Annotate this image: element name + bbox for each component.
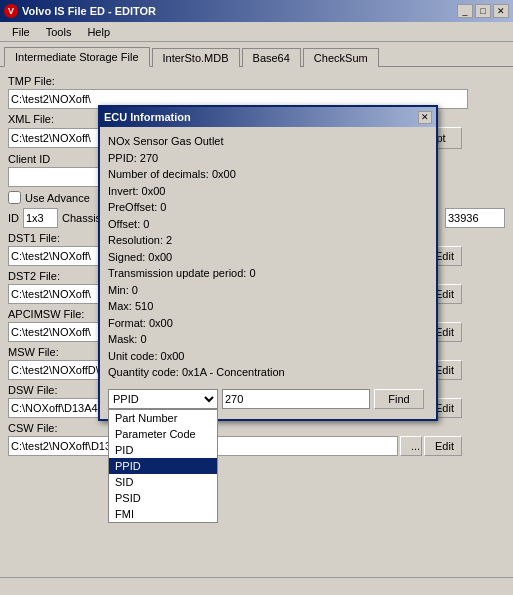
maximize-button[interactable]: □ (475, 4, 491, 18)
dialog-title: ECU Information (104, 111, 191, 123)
tab-intermediate-storage-file[interactable]: Intermediate Storage File (4, 47, 150, 67)
menu-bar: File Tools Help (0, 22, 513, 42)
search-value-input[interactable] (222, 389, 370, 409)
dialog-title-bar: ECU Information ✕ (100, 107, 436, 127)
tab-base64[interactable]: Base64 (242, 48, 301, 67)
ecu-info-text: NOx Sensor Gas Outlet PPID: 270 Number o… (108, 133, 428, 381)
dialog-close-button[interactable]: ✕ (418, 111, 432, 124)
close-button[interactable]: ✕ (493, 4, 509, 18)
title-bar: V Volvo IS File ED - EDITOR _ □ ✕ (0, 0, 513, 22)
ppid-dropdown[interactable]: Part Number Parameter Code PID PPID SID … (108, 389, 218, 409)
dropdown-item-ppid[interactable]: PPID (109, 458, 217, 474)
dropdown-item-pid[interactable]: PID (109, 442, 217, 458)
dialog-overlay: ECU Information ✕ NOx Sensor Gas Outlet … (8, 75, 505, 525)
app-icon: V (4, 4, 18, 18)
dropdown-list: Part Number Parameter Code PID PPID SID … (108, 409, 218, 523)
dialog-body: NOx Sensor Gas Outlet PPID: 270 Number o… (100, 127, 436, 419)
dropdown-container: Part Number Parameter Code PID PPID SID … (108, 389, 218, 409)
tab-bar: Intermediate Storage File InterSto.MDB B… (0, 42, 513, 67)
dropdown-item-sid[interactable]: SID (109, 474, 217, 490)
dialog-search-row: Part Number Parameter Code PID PPID SID … (108, 389, 428, 409)
dropdown-item-parametercode[interactable]: Parameter Code (109, 426, 217, 442)
find-button[interactable]: Find (374, 389, 424, 409)
tab-intersto-mdb[interactable]: InterSto.MDB (152, 48, 240, 67)
status-bar (0, 577, 513, 595)
main-content: TMP File: XML File: Encrypt Client ID (0, 67, 513, 533)
dropdown-item-fmi[interactable]: FMI (109, 506, 217, 522)
main-panel: TMP File: XML File: Encrypt Client ID (8, 75, 505, 525)
minimize-button[interactable]: _ (457, 4, 473, 18)
app-title: Volvo IS File ED - EDITOR (22, 5, 156, 17)
title-bar-left: V Volvo IS File ED - EDITOR (4, 4, 156, 18)
dropdown-item-psid[interactable]: PSID (109, 490, 217, 506)
ecu-dialog: ECU Information ✕ NOx Sensor Gas Outlet … (98, 105, 438, 421)
window-controls[interactable]: _ □ ✕ (457, 4, 509, 18)
dropdown-item-partnumber[interactable]: Part Number (109, 410, 217, 426)
menu-file[interactable]: File (4, 24, 38, 40)
menu-help[interactable]: Help (79, 24, 118, 40)
menu-tools[interactable]: Tools (38, 24, 80, 40)
tab-checksum[interactable]: CheckSum (303, 48, 379, 67)
